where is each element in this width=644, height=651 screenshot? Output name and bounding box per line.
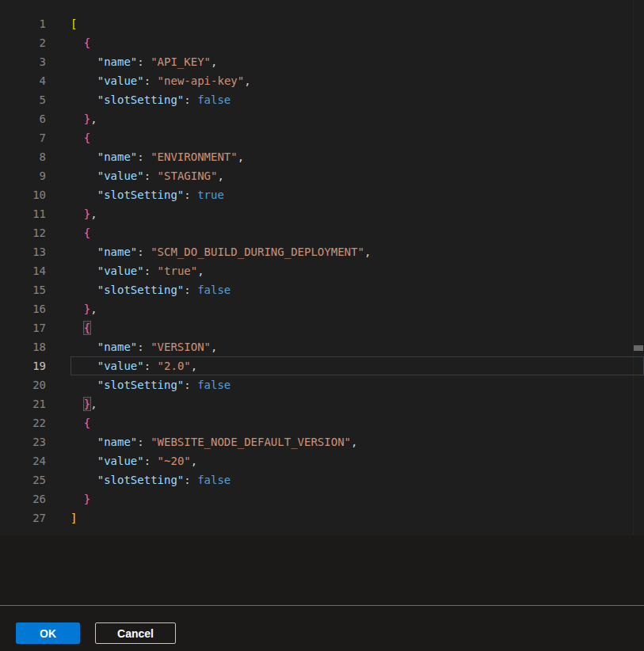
syntax-token <box>70 188 97 201</box>
syntax-token: "value" <box>97 265 144 277</box>
editor-lines[interactable]: [ { "name": "API_KEY", "value": "new-api… <box>46 14 644 535</box>
line-number[interactable]: 26 <box>0 489 46 508</box>
code-line[interactable]: } <box>70 489 644 508</box>
syntax-token: true <box>197 188 224 201</box>
overview-ruler-cursor-marker <box>634 345 643 351</box>
code-line[interactable]: "slotSetting": false <box>70 470 644 489</box>
line-number[interactable]: 3 <box>0 52 46 71</box>
syntax-token: : <box>144 169 158 182</box>
syntax-token: { <box>70 417 90 429</box>
syntax-token <box>70 55 97 68</box>
line-number[interactable]: 11 <box>0 204 46 223</box>
line-number[interactable]: 12 <box>0 223 46 242</box>
syntax-token: : <box>184 188 197 201</box>
syntax-token: , <box>217 169 223 182</box>
syntax-token: : <box>137 341 151 353</box>
syntax-token: , <box>351 436 357 448</box>
code-line[interactable]: }, <box>70 299 644 318</box>
code-line[interactable]: "value": "STAGING", <box>70 166 644 185</box>
code-line[interactable]: { <box>70 318 644 337</box>
line-number[interactable]: 4 <box>0 71 46 90</box>
syntax-token <box>70 360 97 372</box>
code-line[interactable]: "value": "true", <box>70 261 644 280</box>
ok-button[interactable]: OK <box>16 622 80 644</box>
code-line[interactable]: "value": "new-api-key", <box>70 71 644 90</box>
syntax-token: , <box>238 150 244 163</box>
code-line[interactable]: "slotSetting": false <box>70 90 644 109</box>
line-number[interactable]: 24 <box>0 451 46 470</box>
code-line[interactable]: { <box>70 128 644 147</box>
line-number[interactable]: 14 <box>0 261 46 280</box>
line-number[interactable]: 13 <box>0 242 46 261</box>
syntax-token: , <box>90 112 97 125</box>
line-number[interactable]: 17 <box>0 318 46 337</box>
json-editor[interactable]: 1234567891011121314151617181920212223242… <box>0 0 644 535</box>
syntax-token: : <box>137 150 151 163</box>
syntax-token: : <box>144 360 158 372</box>
line-number[interactable]: 27 <box>0 508 46 527</box>
code-line[interactable]: ] <box>70 508 644 527</box>
syntax-token <box>70 207 84 220</box>
code-line[interactable]: "name": "VERSION", <box>70 337 644 356</box>
line-number[interactable]: 19 <box>0 356 46 375</box>
syntax-token: : <box>137 436 151 448</box>
editor-scrollbar[interactable] <box>633 0 644 535</box>
syntax-token: , <box>244 74 250 87</box>
code-line[interactable]: }, <box>70 394 644 413</box>
line-number[interactable]: 10 <box>0 185 46 204</box>
syntax-token: [ <box>70 17 77 30</box>
syntax-token: : <box>144 265 158 277</box>
code-line[interactable]: "name": "SCM_DO_BUILD_DURING_DEPLOYMENT"… <box>70 242 644 261</box>
code-line[interactable]: "name": "WEBSITE_NODE_DEFAULT_VERSION", <box>70 432 644 451</box>
code-line[interactable]: }, <box>70 109 644 128</box>
code-line[interactable]: { <box>70 33 644 52</box>
line-number[interactable]: 20 <box>0 375 46 394</box>
line-number[interactable]: 8 <box>0 147 46 166</box>
syntax-token: , <box>90 207 97 220</box>
line-number[interactable]: 16 <box>0 299 46 318</box>
syntax-token: , <box>90 303 97 315</box>
code-line[interactable]: { <box>70 223 644 242</box>
code-line[interactable]: "slotSetting": false <box>70 375 644 394</box>
syntax-token: "2.0" <box>158 360 191 372</box>
syntax-token: "value" <box>97 74 144 87</box>
line-number[interactable]: 9 <box>0 166 46 185</box>
syntax-token: : <box>184 474 197 486</box>
syntax-token: "name" <box>97 55 138 68</box>
line-number[interactable]: 21 <box>0 394 46 413</box>
syntax-token: "STAGING" <box>158 169 218 182</box>
syntax-token: "value" <box>97 455 144 467</box>
syntax-token <box>70 493 84 505</box>
line-number[interactable]: 15 <box>0 280 46 299</box>
code-line[interactable]: "name": "API_KEY", <box>70 52 644 71</box>
syntax-token <box>70 150 97 163</box>
code-line[interactable]: { <box>70 413 644 432</box>
line-number[interactable]: 6 <box>0 109 46 128</box>
syntax-token <box>70 455 97 467</box>
line-number[interactable]: 25 <box>0 470 46 489</box>
code-line[interactable]: "name": "ENVIRONMENT", <box>70 147 644 166</box>
line-number[interactable]: 5 <box>0 90 46 109</box>
code-line[interactable]: "value": "2.0", <box>70 356 644 375</box>
syntax-token: "WEBSITE_NODE_DEFAULT_VERSION" <box>151 436 351 448</box>
code-line[interactable]: "value": "~20", <box>70 451 644 470</box>
code-line[interactable]: }, <box>70 204 644 223</box>
code-line[interactable]: [ <box>70 14 644 33</box>
syntax-token: { <box>70 227 90 239</box>
line-number[interactable]: 18 <box>0 337 46 356</box>
syntax-token: { <box>70 131 90 144</box>
syntax-token: : <box>137 55 151 68</box>
line-number[interactable]: 22 <box>0 413 46 432</box>
syntax-token <box>70 398 84 410</box>
line-number[interactable]: 23 <box>0 432 46 451</box>
code-line[interactable]: "slotSetting": false <box>70 280 644 299</box>
syntax-token: , <box>364 246 371 258</box>
code-line[interactable]: "slotSetting": true <box>70 185 644 204</box>
line-number[interactable]: 2 <box>0 33 46 52</box>
line-number[interactable]: 7 <box>0 128 46 147</box>
line-number[interactable]: 1 <box>0 14 46 33</box>
cancel-button[interactable]: Cancel <box>95 622 176 644</box>
syntax-token <box>70 322 84 334</box>
syntax-token: "ENVIRONMENT" <box>151 150 238 163</box>
syntax-token: : <box>144 455 158 467</box>
